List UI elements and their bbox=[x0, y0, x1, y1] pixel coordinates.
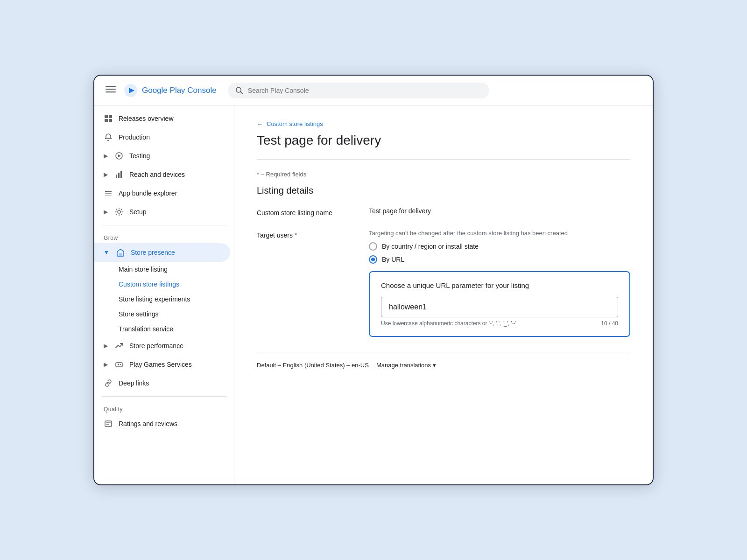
top-bar: Google Play Console bbox=[94, 76, 653, 105]
section-title: Listing details bbox=[257, 185, 630, 196]
default-language-label: Default – English (United States) – en-U… bbox=[257, 362, 369, 369]
sidebar-item-label: Releases overview bbox=[119, 115, 174, 122]
radio-country-option[interactable]: By country / region or install state bbox=[369, 242, 630, 251]
url-hint-row: Use lowercase alphanumeric characters or… bbox=[381, 320, 618, 327]
sidebar-item-store-performance[interactable]: ▶ Store performance bbox=[94, 336, 230, 355]
chevron-down-icon: ▾ bbox=[433, 362, 436, 369]
chevron-right-icon: ▶ bbox=[104, 209, 108, 215]
svg-rect-8 bbox=[109, 115, 112, 118]
ratings-icon bbox=[104, 419, 113, 428]
chevron-right-icon: ▶ bbox=[104, 361, 108, 368]
sidebar-item-label: Deep links bbox=[119, 379, 149, 387]
bell-icon bbox=[104, 133, 113, 142]
chevron-right-icon: ▶ bbox=[104, 343, 108, 349]
sidebar-divider-2 bbox=[102, 396, 226, 397]
sidebar-item-play-games-services[interactable]: ▶ Play Games Services bbox=[94, 355, 230, 374]
logo-area: Google Play Console bbox=[123, 83, 217, 98]
target-users-section: Targeting can't be changed after the cus… bbox=[369, 230, 630, 337]
sidebar-item-label: App bundle explorer bbox=[119, 189, 177, 197]
sidebar-sub-item-main-store-listing[interactable]: Main store listing bbox=[94, 262, 230, 277]
sidebar-sub-item-custom-store-listings[interactable]: Custom store listings bbox=[94, 277, 230, 292]
target-users-label: Target users * bbox=[257, 230, 350, 239]
chevron-down-icon: ▼ bbox=[104, 249, 109, 256]
targeting-note: Targeting can't be changed after the cus… bbox=[369, 230, 630, 237]
sidebar-item-deep-links[interactable]: Deep links bbox=[94, 374, 230, 392]
sidebar: Releases overview Production ▶ Testing ▶ bbox=[94, 105, 234, 484]
url-input-wrapper bbox=[381, 297, 618, 317]
search-icon bbox=[235, 86, 243, 95]
sidebar-sub-item-translation-service[interactable]: Translation service bbox=[94, 322, 230, 336]
radio-url-option[interactable]: By URL bbox=[369, 255, 630, 264]
chevron-right-icon: ▶ bbox=[104, 153, 108, 159]
svg-point-24 bbox=[120, 364, 121, 365]
sidebar-item-label: Play Games Services bbox=[129, 361, 192, 368]
sidebar-item-app-bundle-explorer[interactable]: App bundle explorer bbox=[94, 184, 230, 203]
gear-icon bbox=[114, 207, 124, 217]
svg-rect-17 bbox=[105, 193, 112, 194]
layers-icon bbox=[104, 189, 113, 198]
url-hint: Use lowercase alphanumeric characters or… bbox=[381, 320, 516, 327]
sidebar-item-setup[interactable]: ▶ Setup bbox=[94, 203, 230, 221]
svg-rect-16 bbox=[105, 191, 112, 192]
store-icon bbox=[116, 248, 125, 257]
search-bar[interactable] bbox=[228, 83, 489, 98]
logo-text: Google Play Console bbox=[142, 86, 217, 95]
radio-country-label: By country / region or install state bbox=[382, 243, 479, 250]
sidebar-item-label: Setup bbox=[129, 208, 147, 216]
sidebar-item-testing[interactable]: ▶ Testing bbox=[94, 147, 230, 165]
svg-rect-25 bbox=[105, 421, 112, 427]
breadcrumb[interactable]: ← Custom store listings bbox=[257, 120, 630, 127]
sidebar-item-label: Production bbox=[119, 133, 150, 141]
grid-icon bbox=[104, 114, 113, 123]
main-layout: Releases overview Production ▶ Testing ▶ bbox=[94, 105, 653, 484]
link-icon bbox=[104, 378, 113, 388]
sidebar-item-store-presence[interactable]: ▼ Store presence bbox=[94, 243, 230, 262]
quality-section-label: Quality bbox=[94, 400, 234, 414]
required-note: * – Required fields bbox=[257, 171, 630, 178]
radio-url-label: By URL bbox=[382, 256, 404, 263]
sidebar-item-ratings-reviews[interactable]: Ratings and reviews bbox=[94, 414, 230, 433]
svg-rect-23 bbox=[118, 364, 119, 365]
svg-rect-15 bbox=[120, 171, 122, 178]
games-icon bbox=[114, 360, 124, 369]
target-users-row: Target users * Targeting can't be change… bbox=[257, 230, 630, 337]
sidebar-sub-item-store-settings[interactable]: Store settings bbox=[94, 307, 230, 322]
svg-rect-10 bbox=[109, 119, 112, 122]
play-circle-icon bbox=[114, 151, 124, 161]
listing-name-label: Custom store listing name bbox=[257, 207, 350, 217]
bottom-row: Default – English (United States) – en-U… bbox=[257, 352, 630, 369]
url-input[interactable] bbox=[381, 297, 618, 317]
svg-rect-1 bbox=[106, 89, 116, 90]
sidebar-item-production[interactable]: Production bbox=[94, 128, 230, 147]
sidebar-item-label: Ratings and reviews bbox=[119, 420, 177, 427]
play-logo-icon bbox=[123, 83, 138, 98]
svg-rect-9 bbox=[105, 119, 108, 122]
grow-section-label: Grow bbox=[94, 229, 234, 243]
url-box-title: Choose a unique URL parameter for your l… bbox=[381, 281, 618, 289]
svg-line-6 bbox=[240, 91, 242, 93]
radio-url-btn[interactable] bbox=[369, 255, 377, 264]
listing-name-row: Custom store listing name Test page for … bbox=[257, 207, 630, 217]
svg-rect-14 bbox=[118, 173, 120, 178]
sidebar-item-label: Store presence bbox=[131, 249, 175, 256]
radio-country-btn[interactable] bbox=[369, 242, 377, 251]
svg-point-19 bbox=[118, 210, 120, 213]
trending-icon bbox=[114, 341, 124, 350]
content-area: ← Custom store listings Test page for de… bbox=[234, 105, 653, 484]
sidebar-item-releases-overview[interactable]: Releases overview bbox=[94, 109, 230, 128]
sidebar-item-label: Reach and devices bbox=[129, 171, 185, 178]
bar-chart-icon bbox=[114, 170, 124, 179]
menu-icon[interactable] bbox=[106, 84, 116, 97]
sidebar-item-label: Testing bbox=[129, 152, 150, 160]
listing-name-value: Test page for delivery bbox=[369, 207, 630, 215]
svg-marker-12 bbox=[118, 154, 121, 157]
sidebar-divider bbox=[102, 225, 226, 225]
sidebar-sub-item-store-listing-experiments[interactable]: Store listing experiments bbox=[94, 292, 230, 307]
app-window: Google Play Console Releases overview Pr… bbox=[93, 75, 654, 485]
manage-translations-button[interactable]: Manage translations ▾ bbox=[376, 362, 436, 369]
svg-rect-0 bbox=[106, 86, 116, 87]
search-input[interactable] bbox=[248, 87, 482, 94]
sidebar-item-reach-devices[interactable]: ▶ Reach and devices bbox=[94, 165, 230, 184]
page-title: Test page for delivery bbox=[257, 133, 630, 148]
char-count: 10 / 40 bbox=[601, 320, 618, 327]
